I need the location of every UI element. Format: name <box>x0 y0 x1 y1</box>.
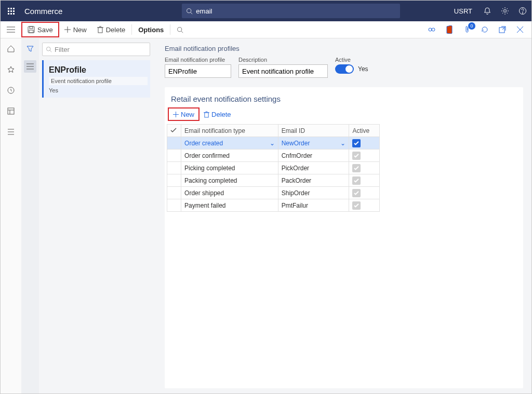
nav-recent-icon[interactable] <box>5 84 17 97</box>
svg-rect-38 <box>205 112 208 117</box>
row-type-cell[interactable]: Packing completed <box>181 174 278 187</box>
svg-rect-13 <box>98 28 102 33</box>
label-description: Description <box>238 57 328 63</box>
filter-search-icon <box>46 46 52 52</box>
attachments-icon[interactable]: 0 <box>462 24 472 35</box>
row-select-cell[interactable] <box>167 174 181 187</box>
field-active: Active Yes <box>335 57 368 78</box>
svg-rect-25 <box>8 108 14 114</box>
app-title: Commerce <box>24 7 62 16</box>
office-icon[interactable] <box>444 24 455 35</box>
row-active-cell[interactable] <box>349 162 380 174</box>
search-box[interactable]: email <box>182 4 400 18</box>
app-launcher[interactable] <box>1 1 21 21</box>
find-button[interactable] <box>171 22 189 37</box>
table-row[interactable]: Order confirmedCnfmOrder <box>167 150 380 162</box>
input-profile[interactable] <box>165 64 231 78</box>
svg-point-0 <box>187 8 191 12</box>
panel-title: Retail event notification settings <box>165 87 523 107</box>
row-select-cell[interactable] <box>167 137 181 150</box>
col-select[interactable] <box>167 125 181 137</box>
row-active-cell[interactable] <box>349 150 380 162</box>
col-email[interactable]: Email ID <box>278 125 349 137</box>
svg-point-18 <box>429 28 432 31</box>
row-type-cell[interactable]: Order shipped <box>181 187 278 199</box>
delete-button[interactable]: Delete <box>92 22 131 37</box>
row-select-cell[interactable] <box>167 162 181 174</box>
svg-rect-10 <box>29 30 33 33</box>
save-button[interactable]: Save <box>21 22 59 37</box>
list-view-icon[interactable] <box>24 60 36 73</box>
row-select-cell[interactable] <box>167 150 181 162</box>
row-active-cell[interactable] <box>349 199 380 212</box>
svg-line-35 <box>50 50 51 52</box>
row-type-cell[interactable]: Picking completed <box>181 162 278 174</box>
row-active-cell[interactable] <box>349 174 380 187</box>
row-active-cell[interactable] <box>349 137 380 150</box>
nav-workspaces-icon[interactable] <box>5 105 17 117</box>
list-item-subtitle: Event notification profile <box>49 77 148 85</box>
list-item[interactable]: ENProfile Event notification profile Yes <box>42 60 150 98</box>
label-profile: Email notification profile <box>165 57 231 63</box>
nav-modules-icon[interactable] <box>5 126 17 138</box>
page-title: Email notification profiles <box>165 45 523 52</box>
body: Filter ENProfile Event notification prof… <box>1 38 531 393</box>
search-text: email <box>196 7 212 15</box>
nav-home-icon[interactable] <box>5 43 17 55</box>
notifications-icon[interactable] <box>478 1 496 21</box>
panel-commands: New Delete <box>165 107 523 124</box>
filter-funnel-icon[interactable] <box>24 43 36 55</box>
row-email-cell[interactable]: NewOrder⌄ <box>278 137 349 150</box>
svg-point-2 <box>504 10 507 12</box>
row-email-cell[interactable]: ShipOrder <box>278 187 349 199</box>
filter-rail <box>21 38 39 393</box>
options-button[interactable]: Options <box>133 22 169 37</box>
close-icon[interactable] <box>515 24 525 35</box>
panel-new-button[interactable]: New <box>168 107 200 121</box>
menu-toggle[interactable] <box>1 21 21 38</box>
trash-icon <box>204 111 209 118</box>
toggle-active[interactable] <box>335 64 354 74</box>
trash-icon <box>97 26 103 33</box>
filter-placeholder: Filter <box>55 46 70 53</box>
badge-count: 0 <box>468 22 475 30</box>
row-email-cell[interactable]: CnfmOrder <box>278 150 349 162</box>
table-row[interactable]: Picking completedPickOrder <box>167 162 380 174</box>
col-type[interactable]: Email notification type <box>181 125 278 137</box>
label-active: Active <box>335 57 368 63</box>
table-row[interactable]: Payment failedPmtFailur <box>167 199 380 212</box>
svg-point-16 <box>178 27 182 31</box>
row-select-cell[interactable] <box>167 187 181 199</box>
search-icon <box>186 8 193 15</box>
user-label[interactable]: USRT <box>454 7 472 15</box>
list-item-title: ENProfile <box>49 65 145 75</box>
command-right: 0 <box>427 24 527 35</box>
row-email-cell[interactable]: PickOrder <box>278 162 349 174</box>
row-type-cell[interactable]: Payment failed <box>181 199 278 212</box>
row-email-cell[interactable]: PackOrder <box>278 174 349 187</box>
help-icon[interactable] <box>514 1 531 21</box>
table-row[interactable]: Packing completedPackOrder <box>167 174 380 187</box>
popout-icon[interactable] <box>497 24 508 35</box>
row-email-cell[interactable]: PmtFailur <box>278 199 349 212</box>
row-active-cell[interactable] <box>349 187 380 199</box>
table-row[interactable]: Order created⌄NewOrder⌄ <box>167 137 380 150</box>
svg-line-21 <box>502 26 506 30</box>
table-row[interactable]: Order shippedShipOrder <box>167 187 380 199</box>
row-type-cell[interactable]: Order created⌄ <box>181 137 278 150</box>
input-description[interactable] <box>238 64 328 78</box>
delete-label: Delete <box>106 26 126 34</box>
gear-icon[interactable] <box>496 1 514 21</box>
nav-favorites-icon[interactable] <box>5 63 17 76</box>
field-profile: Email notification profile <box>165 57 231 78</box>
svg-point-19 <box>432 28 435 31</box>
row-select-cell[interactable] <box>167 199 181 212</box>
link-icon[interactable] <box>427 24 437 35</box>
panel-delete-button[interactable]: Delete <box>200 107 235 121</box>
refresh-icon[interactable] <box>480 24 490 35</box>
col-active[interactable]: Active <box>349 125 380 137</box>
new-button[interactable]: New <box>59 22 92 37</box>
filter-input[interactable]: Filter <box>42 43 150 56</box>
row-type-cell[interactable]: Order confirmed <box>181 150 278 162</box>
field-description: Description <box>238 57 328 78</box>
